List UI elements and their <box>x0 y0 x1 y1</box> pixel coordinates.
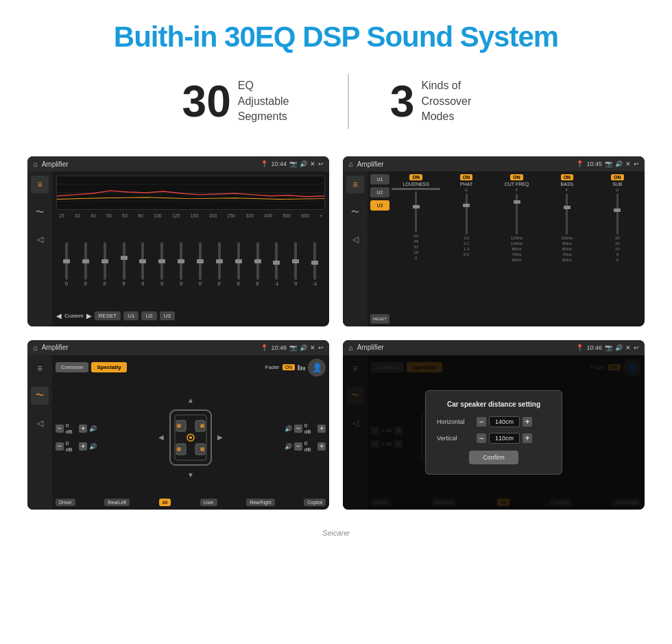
home-icon-2[interactable]: ⌂ <box>348 160 353 168</box>
sp-fl-plus[interactable]: + <box>79 425 87 433</box>
slider-track-11[interactable] <box>275 242 278 280</box>
watermark: Seicane <box>0 523 672 540</box>
time-2: 10:45 <box>586 160 602 167</box>
slider-track-9[interactable] <box>237 242 240 280</box>
slider-track-8[interactable] <box>218 242 221 280</box>
next-icon[interactable]: ▶ <box>86 312 92 320</box>
preset-u2[interactable]: U2 <box>370 187 389 198</box>
u2-button[interactable]: U2 <box>141 311 156 320</box>
vertical-minus[interactable]: − <box>477 433 486 443</box>
toggle-sub[interactable]: ON <box>611 174 624 180</box>
slider-track-7[interactable] <box>199 242 202 280</box>
confirm-button[interactable]: Confirm <box>469 451 518 464</box>
slider-track-2[interactable] <box>104 242 106 280</box>
home-icon-1[interactable]: ⌂ <box>33 160 38 168</box>
wave-icon-1[interactable]: 〜 <box>31 203 49 221</box>
eq-icon[interactable]: ≡ <box>31 176 49 193</box>
dialog-title: Car speaker distance setting <box>437 401 551 408</box>
slider-track-0[interactable] <box>65 242 68 280</box>
eq-icon-2[interactable]: ≡ <box>346 176 364 193</box>
vertical-plus[interactable]: + <box>523 433 532 443</box>
wave-icon-2[interactable]: 〜 <box>346 203 364 221</box>
back-icon-1[interactable]: ↩ <box>318 160 324 167</box>
slider-cutfreq-v[interactable] <box>516 193 518 235</box>
sp-rr-minus[interactable]: − <box>294 442 302 451</box>
status-bar-1: ⌂ Amplifier 📍 10:44 📷 🔊 ✕ ↩ <box>27 156 329 171</box>
reset-button[interactable]: RESET <box>95 311 121 320</box>
fader-bar-1 <box>298 365 300 370</box>
slider-track-1[interactable] <box>84 242 87 280</box>
sp-fr-minus[interactable]: − <box>294 425 302 433</box>
slider-loudness-h[interactable] <box>392 188 440 190</box>
sp-fl-minus[interactable]: − <box>56 425 64 433</box>
slider-sub-v[interactable] <box>616 193 619 235</box>
slider-track-13[interactable] <box>313 242 316 280</box>
page-title: Buith-in 30EQ DSP Sound System <box>0 0 672 67</box>
eq-slider-6: 0 <box>172 242 190 286</box>
driver-btn[interactable]: Driver <box>56 499 75 506</box>
back-icon-4[interactable]: ↩ <box>634 344 639 351</box>
prev-icon[interactable]: ◀ <box>56 312 62 320</box>
slider-track-12[interactable] <box>294 242 297 280</box>
toggle-bass[interactable]: ON <box>561 174 574 180</box>
slider-track-6[interactable] <box>180 242 182 280</box>
screen2-title: Amplifier <box>357 160 573 168</box>
slider-track-10[interactable] <box>256 242 259 280</box>
speaker-layout: − 0 dB + 🔊 − 0 dB + 🔊 <box>56 379 326 497</box>
eq-icon-3[interactable]: ≡ <box>31 359 49 377</box>
wave-icon-3[interactable]: 〜 <box>31 387 49 405</box>
toggle-loudness[interactable]: ON <box>409 174 422 180</box>
preset-col: U1 U2 U3 RESET <box>370 174 389 324</box>
sp-control-fr: 🔊 − 0 dB + <box>285 422 326 435</box>
rearright-btn[interactable]: RearRight <box>246 499 275 506</box>
slider-bass-v[interactable] <box>566 193 568 235</box>
location-icon-3: 📍 <box>261 344 268 351</box>
home-icon-4[interactable]: ⌂ <box>348 344 353 352</box>
fader-toggle[interactable]: ON <box>283 364 296 370</box>
slider-loudness-v[interactable] <box>415 191 417 232</box>
preset-u3[interactable]: U3 <box>370 200 389 211</box>
back-icon-3[interactable]: ↩ <box>318 344 324 351</box>
channel-phat: ON PHAT G 3.0 2.1 1.3 0.5 <box>442 174 490 324</box>
slider-phat-v[interactable] <box>466 193 468 235</box>
speaker-icon-3[interactable]: ◁ <box>31 414 49 432</box>
eq-slider-2: 0 <box>96 242 114 286</box>
sp-fl-val: 0 dB <box>66 422 77 435</box>
sp-rr-plus[interactable]: + <box>317 442 326 451</box>
copilot-btn[interactable]: Copilot <box>304 499 326 506</box>
specialty-main: Common Specialty Fader ON 👤 <box>52 355 329 510</box>
label-bass: BASS <box>561 182 574 187</box>
slider-val-11: -1 <box>274 281 278 286</box>
sp-rl-plus[interactable]: + <box>79 442 87 451</box>
preset-u1[interactable]: U1 <box>370 174 389 184</box>
slider-val-4: 0 <box>141 281 144 286</box>
common-button[interactable]: Common <box>56 362 88 372</box>
horizontal-minus[interactable]: − <box>477 417 486 427</box>
speaker-icon-1[interactable]: ◁ <box>31 230 49 248</box>
u1-button[interactable]: U1 <box>123 311 139 320</box>
channel-cutfreq: ON CUT FREQ F 120Hz 100Hz 80Hz 70Hz 60Hz <box>492 174 541 324</box>
u3-button[interactable]: U3 <box>160 311 175 320</box>
sp-rl-minus[interactable]: − <box>56 442 64 451</box>
back-icon-2[interactable]: ↩ <box>634 160 639 167</box>
toggle-phat[interactable]: ON <box>460 174 473 180</box>
home-icon-3[interactable]: ⌂ <box>33 344 38 352</box>
sp-fr-plus[interactable]: + <box>317 425 326 433</box>
horizontal-plus[interactable]: + <box>523 417 532 427</box>
slider-track-5[interactable] <box>160 242 163 280</box>
eq-slider-9: 0 <box>230 242 248 286</box>
dialog-overlay: Car speaker distance setting Horizontal … <box>343 355 645 510</box>
speaker-icon-2[interactable]: ◁ <box>346 230 364 248</box>
screen1-title: Amplifier <box>42 160 257 168</box>
all-btn[interactable]: All <box>159 499 171 506</box>
vol-icon-3: 🔊 <box>300 344 307 351</box>
slider-track-4[interactable] <box>141 242 144 280</box>
time-4: 10:46 <box>586 344 602 351</box>
rearleft-btn[interactable]: RearLeft <box>104 499 130 506</box>
slider-track-3[interactable] <box>123 242 125 280</box>
toggle-cutfreq[interactable]: ON <box>510 174 523 180</box>
preset-reset[interactable]: RESET <box>370 314 389 324</box>
specialty-button[interactable]: Specialty <box>91 362 126 372</box>
arrow-down: ▼ <box>187 471 194 479</box>
user-btn[interactable]: User <box>200 499 217 506</box>
